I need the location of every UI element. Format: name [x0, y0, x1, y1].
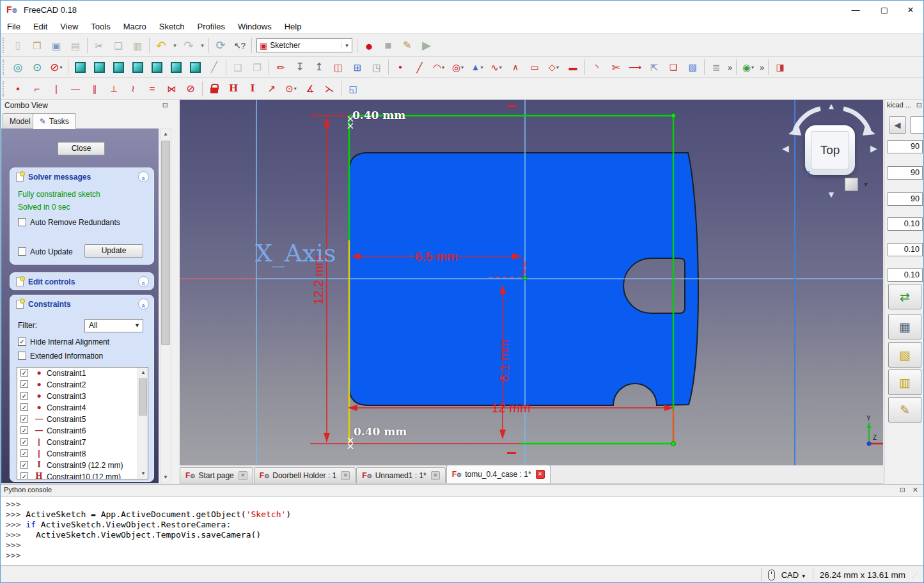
- constraint-list-item[interactable]: ✓●Constraint4: [17, 402, 148, 414]
- constraint-distance-button[interactable]: ↗: [262, 80, 281, 98]
- kicad-export-db-button[interactable]: ▥: [888, 369, 921, 395]
- constraint-checkbox[interactable]: ✓: [20, 461, 28, 469]
- kicad-value-field[interactable]: 0.10: [888, 217, 923, 231]
- constraint-checkbox[interactable]: ✓: [20, 415, 28, 423]
- create-polygon-button[interactable]: ◇▾: [544, 58, 563, 76]
- toolbar-grip[interactable]: [3, 38, 6, 53]
- document-tab[interactable]: F⚙Start page✕: [180, 467, 253, 483]
- task-panel-scrollbar[interactable]: ▲ ▼: [160, 128, 171, 483]
- constraint-list-item[interactable]: ✓●Constraint2: [17, 379, 148, 391]
- nav-arrow-right-icon[interactable]: ▶: [870, 143, 877, 153]
- redo-dropdown[interactable]: ▾: [198, 36, 207, 54]
- constraint-point-on-object-button[interactable]: ⌐: [27, 80, 47, 98]
- constraint-vertical-button[interactable]: |: [47, 80, 66, 98]
- scroll-thumb[interactable]: [139, 378, 147, 416]
- constraint-symmetric-button[interactable]: ⋈: [162, 80, 181, 98]
- auto-update-checkbox[interactable]: [18, 247, 26, 256]
- macro-record-button[interactable]: ●: [359, 36, 379, 54]
- whats-this-button[interactable]: ↖?: [230, 36, 249, 54]
- part-import-button[interactable]: ❐: [247, 58, 267, 76]
- collapse-chevron-icon[interactable]: «: [138, 299, 149, 309]
- kicad-pull-pcb-button[interactable]: ▦: [888, 314, 921, 339]
- macro-run-button[interactable]: ▶: [417, 36, 436, 54]
- constraint-equal-button[interactable]: =: [143, 80, 162, 98]
- chevron-down-icon[interactable]: ▾: [751, 65, 754, 70]
- open-document-button[interactable]: ❒: [27, 36, 47, 54]
- view-section-button[interactable]: ◫: [329, 58, 348, 76]
- refresh-button[interactable]: ⟳: [211, 36, 230, 54]
- collapse-chevron-icon[interactable]: «: [138, 171, 149, 182]
- constraint-block-button[interactable]: ⊘: [181, 80, 200, 98]
- extend-edge-button[interactable]: ⟶: [625, 58, 645, 76]
- constraint-list[interactable]: ✓●Constraint1✓●Constraint2✓●Constraint3✓…: [17, 367, 148, 479]
- create-circle-button[interactable]: ◎▾: [448, 58, 467, 76]
- elements-overflow-button[interactable]: »: [726, 58, 734, 76]
- kicad-back-button[interactable]: ◀: [889, 116, 906, 134]
- dim-label-6-5-mm[interactable]: 6.5 mm: [415, 249, 458, 263]
- dim-label-12-mm[interactable]: 12 mm: [491, 401, 530, 415]
- tab-close-icon[interactable]: ✕: [431, 471, 440, 480]
- rear-view-button[interactable]: [147, 58, 166, 76]
- nav-cube-top-face[interactable]: Top: [805, 125, 855, 175]
- constraint-vertical-distance-button[interactable]: I: [243, 80, 262, 98]
- create-bspline-button[interactable]: ∿▾: [487, 58, 506, 76]
- chevron-down-icon[interactable]: ▾: [499, 65, 502, 70]
- toggle-driving-constraint-button[interactable]: ◱: [343, 80, 363, 98]
- kicad-value-field[interactable]: 90: [888, 140, 923, 153]
- print-button[interactable]: ▤: [66, 36, 85, 54]
- menu-edit[interactable]: Edit: [27, 20, 54, 33]
- bottom-view-button[interactable]: [166, 58, 185, 76]
- toolbar-grip[interactable]: [3, 81, 6, 97]
- map-sketch-button[interactable]: ⊞: [348, 58, 367, 76]
- constraint-coincident-button[interactable]: ●: [8, 80, 27, 98]
- kicad-value-field[interactable]: 90: [888, 166, 923, 180]
- carbon-copy-button[interactable]: ❏: [664, 58, 683, 76]
- create-sketch-button[interactable]: ✏: [271, 58, 290, 76]
- nav-arrow-up-icon[interactable]: ▲: [827, 101, 836, 111]
- collapse-chevron-icon[interactable]: «: [138, 276, 149, 287]
- reorient-sketch-button[interactable]: ◳: [367, 58, 386, 76]
- nav-arrow-down-icon[interactable]: ▼: [827, 189, 836, 199]
- copy-button[interactable]: ❏: [109, 36, 128, 54]
- chevron-down-icon[interactable]: ▾: [461, 65, 464, 70]
- scroll-thumb[interactable]: [161, 141, 170, 345]
- paste-button[interactable]: ▥: [128, 36, 147, 54]
- document-tab[interactable]: F⚙Unnamed1 : 1*✕: [356, 467, 445, 483]
- menu-help[interactable]: Help: [278, 20, 308, 33]
- close-button[interactable]: ✕: [900, 3, 921, 17]
- menu-file[interactable]: File: [1, 20, 27, 33]
- origin-point[interactable]: [523, 276, 527, 280]
- chevron-down-icon[interactable]: ▾: [294, 86, 297, 91]
- front-view-button[interactable]: [90, 58, 109, 76]
- menu-macro[interactable]: Macro: [117, 20, 153, 33]
- constraint-checkbox[interactable]: ✓: [20, 392, 28, 400]
- menu-tools[interactable]: Tools: [84, 20, 116, 33]
- tab-close-icon[interactable]: ✕: [536, 470, 545, 479]
- hide-internal-alignment-checkbox[interactable]: ✓: [18, 338, 26, 346]
- undo-button[interactable]: ↶: [152, 36, 171, 54]
- construction-mode-button[interactable]: ▧: [683, 58, 702, 76]
- workbench-selector[interactable]: ▣Sketcher▾: [256, 38, 352, 52]
- console-close-icon[interactable]: ✕: [912, 486, 918, 494]
- kicad-value-field[interactable]: 0.10: [888, 268, 923, 282]
- part-extrude-button[interactable]: ❑: [228, 58, 247, 76]
- usb-keyhole-cutout[interactable]: [623, 258, 685, 313]
- trim-edge-button[interactable]: ✄: [606, 58, 625, 76]
- constraint-checkbox[interactable]: ✓: [20, 369, 28, 377]
- constraint-angle-button[interactable]: ∡: [301, 80, 320, 98]
- chevron-down-icon[interactable]: ▾: [556, 65, 559, 70]
- kicad-push-pcb-button[interactable]: ⇄: [888, 284, 921, 309]
- toolbar-grip[interactable]: [3, 59, 6, 75]
- macro-stop-button[interactable]: ■: [379, 36, 398, 54]
- tab-tasks[interactable]: ✎ Tasks: [33, 113, 76, 129]
- console-float-icon[interactable]: ⊡: [900, 486, 905, 494]
- measure-distance-button[interactable]: ╱: [205, 58, 224, 76]
- constraint-checkbox[interactable]: ✓: [20, 380, 28, 388]
- constraint-list-item[interactable]: ✓HConstraint10 (12 mm): [17, 471, 148, 479]
- 3d-viewport[interactable]: 6.5 mm 12 mm 12.2 mm 6.1 mm 0.40 mm 0.40…: [180, 100, 883, 465]
- kicad-value-field[interactable]: 90: [888, 192, 923, 206]
- left-view-button[interactable]: [185, 58, 205, 76]
- navigation-style-select[interactable]: CAD ▼: [781, 570, 806, 580]
- cut-button[interactable]: ✂: [90, 36, 109, 54]
- constraint-checkbox[interactable]: ✓: [20, 426, 28, 434]
